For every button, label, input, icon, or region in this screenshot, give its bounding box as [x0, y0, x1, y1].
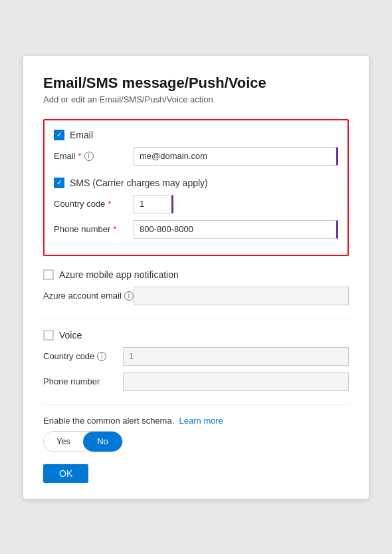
- voice-country-code-field-row: Country code i: [43, 347, 349, 366]
- toggle-no-option[interactable]: No: [83, 432, 122, 452]
- sms-checkmark-icon: ✓: [56, 179, 62, 186]
- voice-checkbox-label: Voice: [59, 330, 82, 341]
- divider-1: [43, 319, 349, 319]
- voice-checkbox-row[interactable]: Voice: [43, 330, 349, 341]
- azure-email-field-row: Azure account email i: [43, 287, 349, 305]
- alert-schema-section: Enable the common alert schema. Learn mo…: [43, 416, 349, 452]
- page-subtitle: Add or edit an Email/SMS/Push/Voice acti…: [43, 94, 349, 104]
- azure-email-info-icon[interactable]: i: [124, 291, 134, 301]
- email-field-row: Email * i: [54, 147, 338, 166]
- email-required-star: *: [78, 151, 82, 161]
- email-checkbox-row[interactable]: ✓ Email: [54, 130, 338, 140]
- highlighted-section: ✓ Email Email * i ✓ SMS (Carrier charges…: [43, 119, 349, 256]
- sms-checkbox-label: SMS (Carrier charges may apply): [70, 178, 208, 188]
- voice-checkbox[interactable]: [43, 330, 54, 341]
- sms-section: ✓ SMS (Carrier charges may apply) Countr…: [54, 178, 338, 239]
- voice-country-code-input: [123, 347, 349, 366]
- sms-country-code-input[interactable]: [134, 195, 173, 213]
- country-code-label: Country code *: [54, 199, 134, 209]
- ok-button[interactable]: OK: [43, 464, 88, 483]
- email-checkbox-label: Email: [70, 130, 93, 140]
- azure-section: Azure mobile app notification Azure acco…: [43, 269, 349, 305]
- voice-phone-input: [123, 372, 349, 391]
- voice-phone-label: Phone number: [43, 376, 123, 386]
- country-code-field-row: Country code *: [54, 195, 338, 213]
- azure-email-label: Azure account email i: [43, 291, 134, 301]
- azure-checkbox[interactable]: [43, 269, 54, 280]
- email-label: Email * i: [54, 151, 134, 161]
- azure-email-input: [134, 287, 349, 305]
- main-card: Email/SMS message/Push/Voice Add or edit…: [23, 56, 369, 499]
- toggle-container: Yes No: [43, 431, 349, 452]
- email-section: ✓ Email Email * i: [54, 130, 338, 166]
- email-input[interactable]: [134, 147, 338, 166]
- voice-country-info-icon[interactable]: i: [97, 352, 106, 361]
- checkmark-icon: ✓: [56, 131, 62, 138]
- phone-number-label: Phone number *: [54, 224, 134, 234]
- email-info-icon[interactable]: i: [84, 152, 94, 161]
- page-title: Email/SMS message/Push/Voice: [43, 74, 349, 92]
- sms-checkbox-row[interactable]: ✓ SMS (Carrier charges may apply): [54, 178, 338, 188]
- toggle-yes-option[interactable]: Yes: [44, 432, 83, 452]
- voice-section: Voice Country code i Phone number: [43, 330, 349, 391]
- yes-no-toggle[interactable]: Yes No: [43, 431, 123, 452]
- alert-schema-label-row: Enable the common alert schema. Learn mo…: [43, 416, 349, 426]
- voice-country-code-label: Country code i: [43, 351, 123, 361]
- azure-checkbox-row[interactable]: Azure mobile app notification: [43, 269, 349, 280]
- phone-number-field-row: Phone number *: [54, 220, 338, 239]
- azure-checkbox-label: Azure mobile app notification: [59, 269, 179, 280]
- sms-phone-input[interactable]: [134, 220, 338, 239]
- country-code-required-star: *: [108, 199, 111, 209]
- voice-phone-field-row: Phone number: [43, 372, 349, 391]
- email-checkbox[interactable]: ✓: [54, 130, 64, 140]
- divider-2: [43, 404, 349, 405]
- sms-checkbox[interactable]: ✓: [54, 178, 64, 188]
- learn-more-link[interactable]: Learn more: [179, 416, 223, 426]
- phone-required-star: *: [113, 224, 116, 234]
